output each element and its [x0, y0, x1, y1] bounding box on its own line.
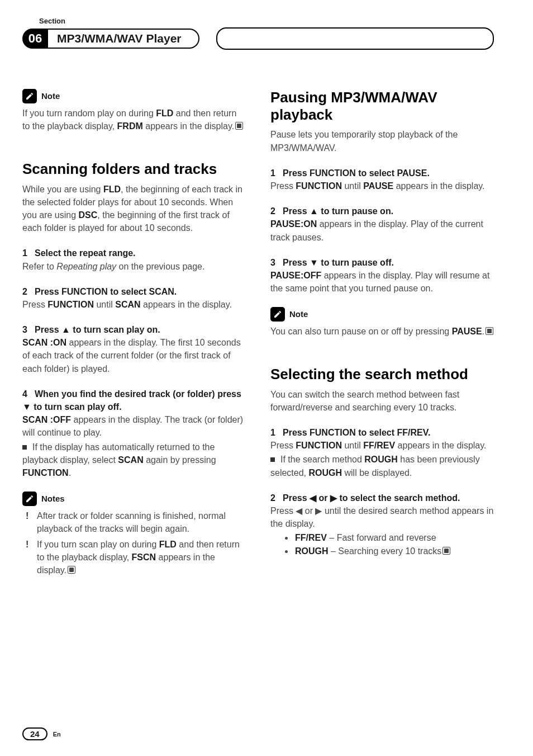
note-heading: Note [22, 89, 246, 103]
pencil-icon [270, 307, 285, 322]
note-label: Note [41, 90, 60, 102]
scan-step2-body: Press FUNCTION until SCAN appears in the… [22, 298, 246, 311]
header-row: 06 MP3/WMA/WAV Player [22, 27, 494, 50]
pause-intro: Pause lets you temporarily stop playback… [270, 128, 494, 154]
section-end-icon [442, 547, 450, 555]
pause-step2-head: 2Press to turn pause on. [270, 205, 494, 218]
section-end-icon [235, 122, 243, 130]
pause-step2-body: PAUSE:ON appears in the display. Play of… [270, 218, 494, 243]
page-footer: 24 En [22, 727, 61, 740]
scan-step4-body: SCAN :OFF appears in the display. The tr… [22, 413, 246, 439]
notes-label: Notes [41, 493, 65, 505]
section-label: Section [39, 17, 494, 25]
section-end-icon [486, 327, 493, 335]
scan-step1-body: Refer to Repeating play on the previous … [22, 260, 246, 273]
left-column: Note If you turn random play on during F… [22, 89, 246, 579]
heading-pausing: Pausing MP3/WMA/WAV playback [270, 89, 494, 124]
triangle-up-icon [310, 206, 318, 216]
triangle-right-icon [315, 506, 322, 516]
scan-step3-head: 3Press to turn scan play on. [22, 323, 246, 336]
notes-heading: Notes [22, 492, 246, 506]
triangle-down-icon [22, 402, 31, 412]
list-item: ROUGH – Searching every 10 tracks [294, 545, 494, 557]
pencil-icon [22, 89, 37, 103]
note-heading: Note [270, 307, 494, 322]
scan-step4-sqnote: If the display has automatically returne… [22, 441, 246, 480]
square-bullet-icon [270, 457, 275, 462]
note-label: Note [289, 308, 308, 320]
search-step1-body: Press FUNCTION until FF/REV appears in t… [270, 439, 494, 452]
pause-note-body: You can also turn pause on or off by pre… [270, 325, 494, 338]
page-number: 24 [22, 727, 47, 740]
list-item: If you turn scan play on during FLD and … [25, 538, 246, 577]
search-intro: You can switch the search method between… [270, 388, 494, 414]
triangle-right-icon [330, 493, 337, 503]
square-bullet-icon [22, 445, 27, 450]
scan-step3-body: SCAN :ON appears in the display. The fir… [22, 336, 246, 375]
triangle-left-icon [310, 493, 316, 503]
chapter-title-wrap: MP3/WMA/WAV Player [48, 29, 199, 49]
chapter-number: 06 [22, 29, 48, 49]
scan-step1-head: 1Select the repeat range. [22, 247, 246, 259]
pause-step1-head: 1Press FUNCTION to select PAUSE. [270, 167, 494, 179]
content-columns: Note If you turn random play on during F… [22, 89, 494, 579]
list-item: After track or folder scanning is finish… [25, 509, 246, 535]
scan-intro: While you are using FLD, the beginning o… [22, 183, 246, 235]
triangle-left-icon [296, 506, 302, 516]
note-body: If you turn random play on during FLD an… [22, 107, 246, 133]
pause-step3-head: 3Press to turn pause off. [270, 256, 494, 269]
pencil-icon [22, 492, 37, 506]
list-item: FF/REV – Fast forward and reverse [294, 531, 494, 544]
triangle-up-icon [61, 325, 70, 334]
page-language: En [53, 731, 61, 738]
header-blank-pill [216, 27, 494, 50]
pause-step1-body: Press FUNCTION until PAUSE appears in th… [270, 179, 494, 192]
right-column: Pausing MP3/WMA/WAV playback Pause lets … [270, 89, 494, 579]
search-step1-head: 1Press FUNCTION to select FF/REV. [270, 426, 494, 439]
heading-search: Selecting the search method [270, 366, 494, 383]
heading-scanning: Scanning folders and tracks [22, 160, 246, 178]
search-method-list: FF/REV – Fast forward and reverse ROUGH … [270, 531, 494, 557]
search-step2-head: 2Press or to select the search method. [270, 492, 494, 504]
triangle-down-icon [310, 258, 318, 267]
search-step1-sqnote: If the search method ROUGH has been prev… [270, 453, 494, 479]
scan-step2-head: 2Press FUNCTION to select SCAN. [22, 285, 246, 298]
chapter-title: MP3/WMA/WAV Player [57, 32, 182, 45]
manual-page: Section 06 MP3/WMA/WAV Player Note If yo… [0, 0, 533, 756]
search-step2-body: Press or until the desired search method… [270, 504, 494, 530]
notes-list: After track or folder scanning is finish… [22, 509, 246, 577]
chapter-pill: 06 MP3/WMA/WAV Player [22, 29, 199, 49]
pause-step3-body: PAUSE:OFF appears in the display. Play w… [270, 269, 494, 295]
section-end-icon [68, 566, 75, 574]
scan-step4-head: 4When you find the desired track (or fol… [22, 388, 246, 413]
